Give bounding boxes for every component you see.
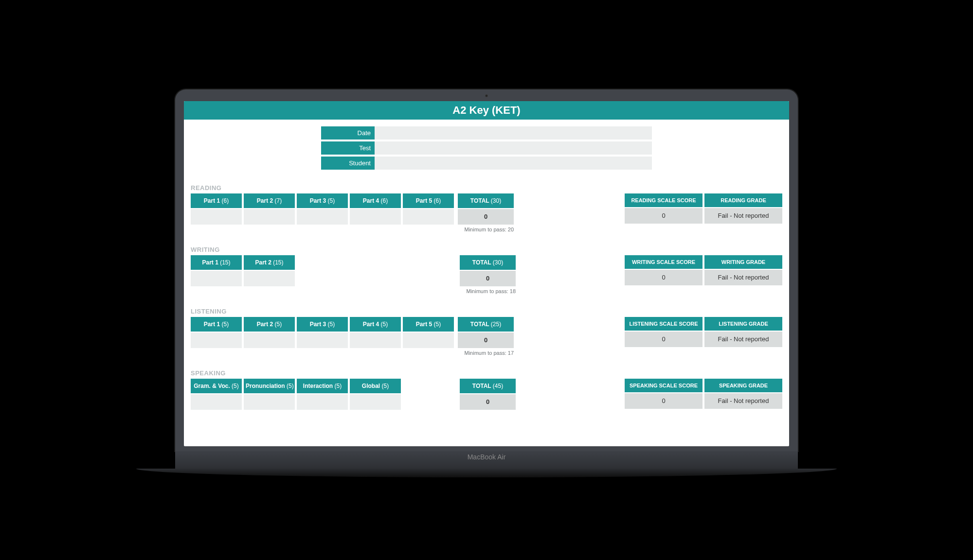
- listening-part-3: Part 3 (5): [297, 317, 348, 348]
- reading-part-4-value[interactable]: [350, 209, 401, 225]
- reading-parts: Part 1 (6) Part 2 (7) Part 3 (5): [191, 193, 454, 225]
- listening-part-2-name: Part 2: [257, 321, 273, 328]
- speaking-part-2-name: Pronunciation: [246, 383, 285, 389]
- speaking-part-3-value[interactable]: [297, 394, 348, 410]
- meta-value-date[interactable]: [375, 126, 652, 140]
- reading-scale-value: 0: [625, 208, 703, 224]
- reading-part-4-name: Part 4: [363, 197, 379, 204]
- reading-total: TOTAL (30) 0 Minimum to pass: 20: [458, 193, 514, 232]
- speaking-part-3: Interaction (5): [297, 379, 348, 410]
- section-label-speaking: SPEAKING: [191, 369, 782, 377]
- reading-part-5-max: (6): [434, 197, 441, 204]
- writing-scale-value: 0: [625, 270, 703, 285]
- speaking-grade: SPEAKING GRADE Fail - Not reported: [704, 379, 782, 409]
- speaking-part-3-max: (5): [335, 383, 342, 389]
- speaking-part-4-max: (5): [382, 383, 389, 389]
- listening-part-2-value[interactable]: [244, 332, 295, 348]
- writing-total-value: 0: [460, 271, 516, 286]
- listening-total: TOTAL (25) 0 Minimum to pass: 17: [458, 317, 514, 356]
- listening-part-3-max: (5): [328, 321, 335, 328]
- page-title: A2 Key (KET): [184, 101, 789, 120]
- section-writing: WRITING Part 1 (15) Part 2 (15): [184, 246, 789, 308]
- speaking-part-3-name: Interaction: [303, 383, 333, 389]
- meta-label-test: Test: [321, 141, 375, 155]
- laptop-base: MacBook Air: [175, 451, 798, 471]
- meta-label-date: Date: [321, 126, 375, 140]
- listening-scale: LISTENING SCALE SCORE 0: [625, 317, 703, 347]
- speaking-part-4-name: Global: [362, 383, 380, 389]
- reading-part-5-value[interactable]: [403, 209, 454, 225]
- writing-part-2-name: Part 2: [255, 259, 271, 266]
- listening-part-2: Part 2 (5): [244, 317, 295, 348]
- speaking-part-4-value[interactable]: [350, 394, 401, 410]
- writing-part-2-value[interactable]: [244, 271, 295, 286]
- speaking-grade-label: SPEAKING GRADE: [704, 379, 782, 392]
- listening-part-1-max: (5): [222, 321, 229, 328]
- speaking-part-4: Global (5): [350, 379, 401, 410]
- listening-scale-label: LISTENING SCALE SCORE: [625, 317, 703, 331]
- speaking-scale: SPEAKING SCALE SCORE 0: [625, 379, 703, 409]
- meta-value-student[interactable]: [375, 157, 652, 170]
- listening-part-4-name: Part 4: [363, 321, 379, 328]
- reading-part-5: Part 5 (6): [403, 193, 454, 225]
- screen-bezel: A2 Key (KET) Date Test Student READING: [175, 89, 798, 451]
- meta-block: Date Test Student: [184, 126, 789, 170]
- reading-part-1-value[interactable]: [191, 209, 242, 225]
- listening-part-3-value[interactable]: [297, 332, 348, 348]
- listening-min-pass: Minimum to pass: 17: [458, 350, 514, 356]
- writing-total-label: TOTAL: [472, 259, 491, 266]
- speaking-part-2: Pronunciation (5): [244, 379, 295, 410]
- writing-part-1: Part 1 (15): [191, 255, 242, 286]
- reading-part-3-name: Part 3: [310, 197, 326, 204]
- listening-part-5-name: Part 5: [416, 321, 432, 328]
- speaking-total-max: (45): [493, 383, 503, 389]
- writing-parts: Part 1 (15) Part 2 (15): [191, 255, 295, 286]
- speaking-part-2-value[interactable]: [244, 394, 295, 410]
- reading-part-3-value[interactable]: [297, 209, 348, 225]
- reading-part-2-value[interactable]: [244, 209, 295, 225]
- reading-part-2-name: Part 2: [257, 197, 273, 204]
- reading-total-value: 0: [458, 209, 514, 225]
- writing-part-1-value[interactable]: [191, 271, 242, 286]
- listening-grade-value: Fail - Not reported: [704, 332, 782, 347]
- reading-total-label: TOTAL: [470, 197, 489, 204]
- reading-part-1: Part 1 (6): [191, 193, 242, 225]
- section-listening: LISTENING Part 1 (5) Part 2 (5): [184, 308, 789, 369]
- reading-scale: READING SCALE SCORE 0: [625, 193, 703, 224]
- writing-total-max: (30): [493, 259, 503, 266]
- speaking-part-1-value[interactable]: [191, 394, 242, 410]
- section-reading: READING Part 1 (6) Part 2 (7): [184, 184, 789, 246]
- listening-parts: Part 1 (5) Part 2 (5) Part 3 (5): [191, 317, 454, 348]
- listening-total-max: (25): [491, 321, 501, 328]
- writing-part-1-max: (15): [220, 259, 230, 266]
- speaking-scale-value: 0: [625, 393, 703, 409]
- section-label-writing: WRITING: [191, 246, 782, 253]
- meta-value-test[interactable]: [375, 141, 652, 155]
- writing-scale: WRITING SCALE SCORE 0: [625, 255, 703, 285]
- speaking-total: TOTAL (45) 0: [460, 379, 516, 410]
- listening-grade: LISTENING GRADE Fail - Not reported: [704, 317, 782, 347]
- writing-total: TOTAL (30) 0 Minimum to pass: 18: [460, 255, 516, 294]
- writing-scale-label: WRITING SCALE SCORE: [625, 255, 703, 269]
- listening-grade-label: LISTENING GRADE: [704, 317, 782, 331]
- listening-part-4-value[interactable]: [350, 332, 401, 348]
- laptop-mockup: A2 Key (KET) Date Test Student READING: [175, 89, 798, 471]
- listening-part-4-max: (5): [381, 321, 388, 328]
- section-label-listening: LISTENING: [191, 308, 782, 315]
- listening-part-1: Part 1 (5): [191, 317, 242, 348]
- speaking-parts: Gram. & Voc. (5) Pronunciation (5) Inter…: [191, 379, 401, 410]
- reading-grade-label: READING GRADE: [704, 193, 782, 207]
- writing-part-1-name: Part 1: [202, 259, 218, 266]
- writing-grade-label: WRITING GRADE: [704, 255, 782, 269]
- speaking-part-1-max: (5): [232, 383, 239, 389]
- writing-part-2-max: (15): [273, 259, 283, 266]
- speaking-part-2-max: (5): [287, 383, 294, 389]
- reading-part-5-name: Part 5: [416, 197, 432, 204]
- listening-part-1-value[interactable]: [191, 332, 242, 348]
- listening-scale-value: 0: [625, 332, 703, 347]
- listening-part-5-value[interactable]: [403, 332, 454, 348]
- reading-part-4: Part 4 (6): [350, 193, 401, 225]
- listening-part-5: Part 5 (5): [403, 317, 454, 348]
- reading-grade-value: Fail - Not reported: [704, 208, 782, 224]
- writing-grade: WRITING GRADE Fail - Not reported: [704, 255, 782, 285]
